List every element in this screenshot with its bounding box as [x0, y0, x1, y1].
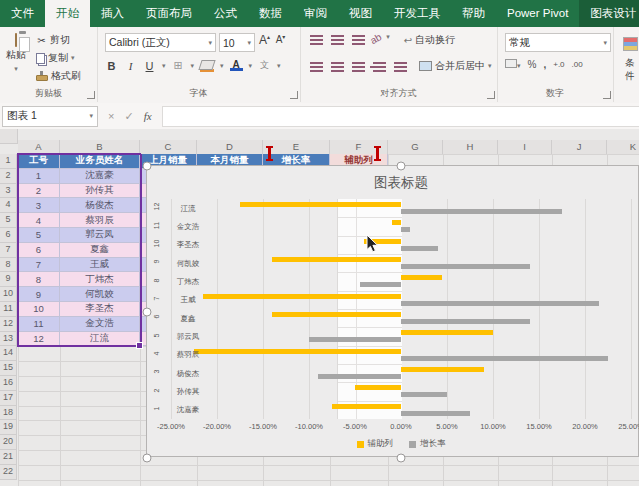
row-header-21[interactable]: 21 — [0, 450, 17, 465]
row-header-18[interactable]: 18 — [0, 406, 17, 421]
clipboard-dialog-launcher[interactable] — [87, 91, 95, 99]
number-dialog-launcher[interactable] — [603, 91, 611, 99]
column-header-G[interactable]: G — [388, 140, 443, 155]
formula-input[interactable] — [162, 106, 639, 127]
row-header-13[interactable]: 13 — [0, 332, 17, 347]
align-right-icon[interactable] — [352, 62, 365, 64]
column-header-K[interactable]: K — [607, 140, 639, 155]
number-format-combo[interactable]: 常规▾ — [505, 33, 611, 52]
orientation-icon[interactable]: ab — [368, 31, 385, 49]
row-header-15[interactable]: 15 — [0, 361, 17, 376]
decrease-indent-icon[interactable] — [373, 62, 386, 64]
underline-button[interactable]: U — [143, 60, 156, 72]
name-box[interactable]: 图表 1 ▾ — [2, 106, 98, 127]
align-left-icon[interactable] — [310, 62, 323, 64]
ribbon-tab-数据[interactable]: 数据 — [248, 0, 293, 27]
ribbon-tab-Power Pivot[interactable]: Power Pivot — [496, 0, 579, 27]
shrink-font-button[interactable]: A▾ — [274, 33, 287, 52]
chart-handle[interactable] — [143, 162, 152, 171]
row-header-8[interactable]: 8 — [0, 258, 17, 273]
cut-button[interactable]: ✂剪切 — [36, 33, 81, 47]
bar-growth-孙传其[interactable] — [401, 392, 447, 397]
bar-aux-沈嘉豪[interactable] — [332, 404, 401, 409]
ribbon-tab-公式[interactable]: 公式 — [203, 0, 248, 27]
legend-item-辅助列[interactable]: 辅助列 — [357, 438, 394, 450]
row-header-9[interactable]: 9 — [0, 272, 17, 287]
ribbon-tab-开始[interactable]: 开始 — [45, 0, 90, 27]
legend-item-增长率[interactable]: 增长率 — [409, 438, 446, 450]
chart-title[interactable]: 图表标题 — [147, 174, 639, 192]
column-header-I[interactable]: I — [498, 140, 552, 155]
row-header-20[interactable]: 20 — [0, 435, 17, 450]
column-header-H[interactable]: H — [443, 140, 498, 155]
bar-growth-江流[interactable] — [401, 209, 562, 214]
chart-legend[interactable]: 辅助列增长率 — [147, 438, 639, 450]
bar-growth-蔡羽辰[interactable] — [401, 356, 608, 361]
insert-function-button[interactable]: fx — [144, 110, 152, 122]
column-header-J[interactable]: J — [552, 140, 607, 155]
alignment-dialog-launcher[interactable] — [487, 91, 495, 99]
chart-handle[interactable] — [143, 454, 152, 463]
row-header-12[interactable]: 12 — [0, 317, 17, 332]
decrease-decimal-button[interactable]: .00 — [572, 60, 583, 69]
ribbon-tab-文件[interactable]: 文件 — [0, 0, 45, 27]
column-header-E[interactable]: E — [263, 140, 330, 155]
bar-aux-夏鑫[interactable] — [272, 312, 401, 317]
bar-aux-杨俊杰[interactable] — [401, 367, 484, 372]
underline-dropdown-icon[interactable]: ▾ — [162, 62, 166, 70]
row-header-16[interactable]: 16 — [0, 376, 17, 391]
bar-growth-夏鑫[interactable] — [401, 319, 530, 324]
paste-dropdown-icon[interactable]: ▾ — [14, 65, 18, 72]
cancel-button[interactable]: × — [108, 110, 114, 122]
chart-handle[interactable] — [397, 454, 406, 463]
orientation-dropdown-icon[interactable]: ▾ — [386, 33, 390, 47]
row-header-4[interactable]: 4 — [0, 198, 17, 213]
ribbon-tab-图表设计[interactable]: 图表设计 — [579, 0, 639, 27]
font-dialog-launcher[interactable] — [290, 91, 298, 99]
bar-aux-金文浩[interactable] — [392, 220, 401, 225]
percent-style-button[interactable]: % — [528, 59, 537, 70]
row-header-5[interactable]: 5 — [0, 213, 17, 228]
conditional-formatting-button[interactable]: 条件 — [621, 37, 639, 83]
wrap-text-button[interactable]: ↩ 自动换行 — [404, 33, 455, 47]
bar-aux-蔡羽辰[interactable] — [194, 349, 401, 354]
paste-button[interactable]: 粘贴 ▾ — [6, 34, 26, 73]
format-painter-button[interactable]: 格式刷 — [36, 69, 81, 83]
ribbon-tab-插入[interactable]: 插入 — [90, 0, 135, 27]
bar-aux-孙传其[interactable] — [355, 385, 401, 390]
bold-button[interactable]: B — [105, 60, 118, 72]
column-header-D[interactable]: D — [197, 140, 263, 155]
font-name-combo[interactable]: Calibri (正文)▾ — [105, 33, 216, 52]
bar-aux-王威[interactable] — [203, 294, 401, 299]
bar-growth-王威[interactable] — [401, 301, 599, 306]
align-top-icon[interactable] — [310, 35, 323, 37]
increase-indent-icon[interactable] — [394, 62, 407, 64]
ribbon-tab-帮助[interactable]: 帮助 — [451, 0, 496, 27]
row-header-17[interactable]: 17 — [0, 391, 17, 406]
increase-decimal-button[interactable]: +.0 — [553, 60, 564, 69]
comma-style-button[interactable]: , — [543, 59, 546, 70]
selection-fill-handle[interactable] — [136, 342, 143, 349]
embedded-chart[interactable]: 图表标题 12江流11金文浩10李圣杰9何凯姣8丁炜杰7王威6夏鑫5郭云凤4蔡羽… — [146, 165, 639, 457]
bar-growth-金文浩[interactable] — [401, 227, 410, 232]
ribbon-tab-审阅[interactable]: 审阅 — [293, 0, 338, 27]
grow-font-button[interactable]: A▴ — [258, 33, 271, 52]
bar-growth-杨俊杰[interactable] — [318, 374, 401, 379]
italic-button[interactable]: I — [124, 60, 137, 72]
bar-aux-丁炜杰[interactable] — [401, 275, 442, 280]
bar-growth-沈嘉豪[interactable] — [401, 411, 470, 416]
merge-center-button[interactable]: 合并后居中 ▾ — [419, 59, 492, 73]
align-middle-icon[interactable] — [331, 35, 344, 37]
copy-button[interactable]: 复制 ▾ — [36, 51, 81, 65]
bar-growth-丁炜杰[interactable] — [360, 282, 401, 287]
row-header-7[interactable]: 7 — [0, 243, 17, 258]
ribbon-tab-页面布局[interactable]: 页面布局 — [135, 0, 203, 27]
align-bottom-icon[interactable] — [352, 35, 365, 37]
row-header-14[interactable]: 14 — [0, 346, 17, 361]
bar-aux-江流[interactable] — [240, 202, 401, 207]
bar-growth-何凯姣[interactable] — [401, 264, 530, 269]
row-header-6[interactable]: 6 — [0, 228, 17, 243]
align-center-icon[interactable] — [331, 62, 344, 64]
row-header-19[interactable]: 19 — [0, 420, 17, 435]
row-header-11[interactable]: 11 — [0, 302, 17, 317]
